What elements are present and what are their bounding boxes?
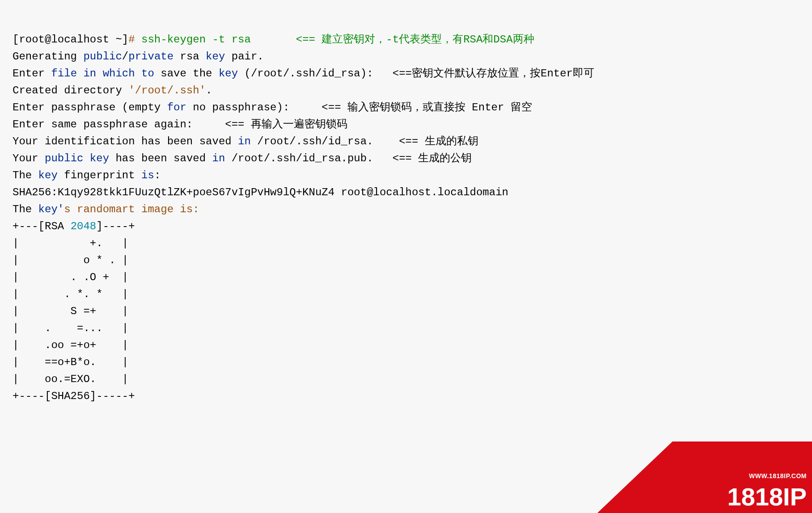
prompt-hash: #: [128, 34, 141, 46]
keyword: key': [38, 203, 64, 215]
keyword: is: [141, 169, 154, 181]
text: Generating: [13, 50, 83, 63]
text: Your identification has been saved: [13, 135, 238, 147]
path-string: '/root/.ssh': [128, 84, 206, 97]
randomart-line: | oo.=EXO. |: [13, 373, 128, 385]
comment: <==密钥文件默认存放位置，按Enter即可: [393, 67, 594, 80]
keyword: public: [83, 50, 122, 63]
text: Enter passphrase (empty: [13, 101, 167, 114]
comment: <== 输入密钥锁码，或直接按 Enter 留空: [321, 101, 532, 114]
randomart-border: +---[RSA: [13, 220, 71, 232]
text: .: [206, 84, 212, 97]
keyword: key: [206, 50, 225, 63]
text: pair.: [225, 50, 263, 63]
command: ssh-keygen -t rsa: [141, 34, 251, 46]
watermark-text: WWW.1818IP.COM 1818IP: [727, 467, 807, 509]
text: Enter: [13, 67, 51, 80]
randomart-border: ]----+: [96, 220, 135, 232]
text: /: [122, 50, 128, 63]
text: Enter same passphrase again:: [13, 118, 225, 130]
text: The: [13, 203, 38, 215]
randomart-line: | . =... |: [13, 322, 128, 334]
text: (/root/.ssh/id_rsa):: [238, 67, 393, 80]
randomart-line: | .oo =+o+ |: [13, 339, 128, 351]
keyword: in: [212, 152, 225, 164]
text: The: [13, 169, 38, 181]
spacer: [251, 34, 296, 46]
keyword: key: [38, 169, 58, 181]
prompt-host: [root@localhost ~]: [13, 34, 128, 46]
comment: <== 生成的公钥: [393, 152, 472, 164]
comment: <== 建立密钥对，-t代表类型，有RSA和DSA两种: [296, 34, 534, 46]
text: s randomart image is:: [64, 203, 199, 215]
text: Your: [13, 152, 45, 164]
randomart-border: +----[SHA256]-----+: [13, 390, 135, 402]
keyword: key: [219, 67, 238, 80]
text: Created directory: [13, 84, 128, 97]
randomart-line: | S =+ |: [13, 305, 128, 317]
keyword: in: [238, 135, 251, 147]
keyword: for: [167, 101, 186, 114]
text: has been saved: [109, 152, 212, 164]
randomart-line: | . *. * |: [13, 288, 128, 300]
randomart-rsa-bits: 2048: [71, 220, 97, 232]
randomart-line: | . .O + |: [13, 271, 128, 283]
fingerprint: SHA256:K1qy928tkk1FUuzQtlZK+poeS67vIgPvH…: [13, 186, 508, 198]
keyword: private: [128, 50, 173, 63]
comment: <== 再输入一遍密钥锁码: [225, 118, 347, 130]
text: rsa: [173, 50, 206, 63]
comment: <== 生成的私钥: [399, 135, 478, 147]
watermark-brand: 1818IP: [727, 484, 807, 509]
text: /root/.ssh/id_rsa.: [251, 135, 399, 147]
text: /root/.ssh/id_rsa.pub.: [225, 152, 392, 164]
colon: :: [154, 169, 161, 181]
keyword: public key: [45, 152, 109, 164]
text: fingerprint: [58, 169, 141, 181]
randomart-line: | o * . |: [13, 254, 128, 266]
keyword: file in which to: [51, 67, 154, 80]
randomart-line: | ==o+B*o. |: [13, 356, 128, 368]
watermark-ribbon: WWW.1818IP.COM 1818IP: [597, 442, 812, 513]
text: no passphrase):: [186, 101, 321, 114]
text: save the: [154, 67, 219, 80]
terminal-output: [root@localhost ~]# ssh-keygen -t rsa <=…: [0, 0, 812, 419]
watermark-url: WWW.1818IP.COM: [727, 467, 807, 484]
randomart-line: | +. |: [13, 237, 128, 249]
